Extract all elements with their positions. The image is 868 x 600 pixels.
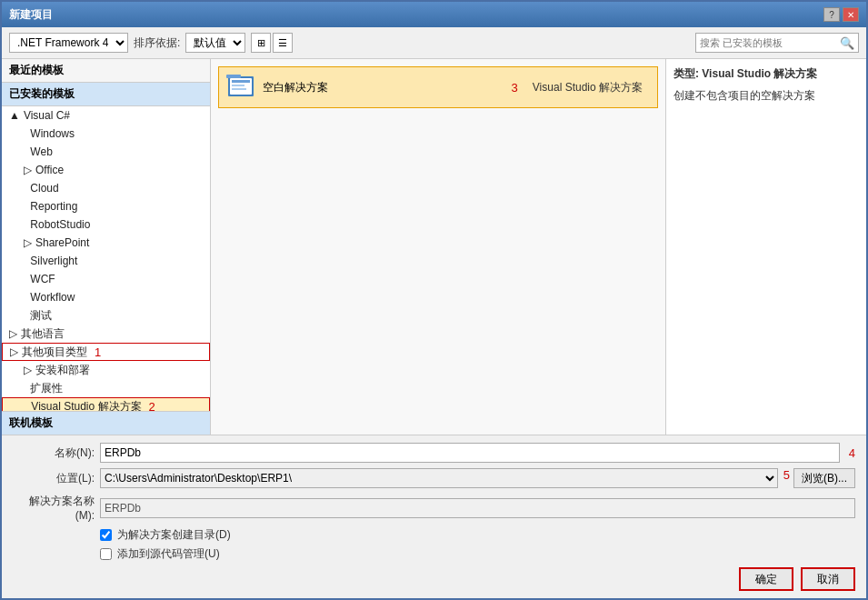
tree-item-windows[interactable]: Windows <box>2 125 210 143</box>
type-label: 类型: Visual Studio 解决方案 <box>673 66 859 82</box>
tree-item-visual-csharp[interactable]: ▲ Visual C# <box>2 106 210 125</box>
list-view-btn[interactable]: ☰ <box>273 33 293 53</box>
create-directory-label: 为解决方案创建目录(D) <box>117 527 231 543</box>
spacer <box>24 200 26 213</box>
search-box: 🔍 <box>695 33 859 53</box>
tree-container: ▲ Visual C# Windows Web ▷ Office <box>2 106 210 411</box>
spacer <box>24 145 26 158</box>
help-button[interactable]: ? <box>823 7 840 22</box>
spacer <box>24 127 26 140</box>
expand-icon: ▷ <box>10 345 18 358</box>
template-name-blank: 空白解决方案 <box>263 80 328 95</box>
solution-label: 解决方案名称(M): <box>13 494 95 522</box>
name-input[interactable] <box>100 443 840 463</box>
tree-item-sharepoint[interactable]: ▷ SharePoint <box>2 234 210 252</box>
spacer <box>24 291 26 304</box>
tree-item-wcf[interactable]: WCF <box>2 270 210 288</box>
location-row: 位置(L): C:\Users\Administrator\Desktop\ER… <box>13 468 855 488</box>
spacer <box>24 273 26 285</box>
annotation-2: 2 <box>149 400 155 412</box>
source-control-label: 添加到源代码管理(U) <box>117 546 220 562</box>
close-button[interactable]: ✕ <box>843 7 859 22</box>
cancel-button[interactable]: 取消 <box>801 567 855 591</box>
checkbox-group: 为解决方案创建目录(D) 添加到源代码管理(U) <box>13 527 855 562</box>
annotation-4: 4 <box>849 446 855 460</box>
template-vs-label: Visual Studio 解决方案 <box>533 80 643 95</box>
new-project-dialog: 新建项目 ? ✕ .NET Framework 4 排序依据: 默认值 ⊞ ☰ … <box>0 0 868 600</box>
spacer <box>24 182 26 195</box>
spacer <box>25 400 27 411</box>
tree-item-vs-solution[interactable]: Visual Studio 解决方案 2 <box>2 397 210 411</box>
svg-rect-5 <box>226 75 241 78</box>
tree-item-reporting[interactable]: Reporting <box>2 197 210 215</box>
location-label: 位置(L): <box>13 471 95 486</box>
ok-button[interactable]: 确定 <box>739 567 793 591</box>
tree-item-install-deploy[interactable]: ▷ 安装和部署 <box>2 361 210 379</box>
annotation-3: 3 <box>512 81 518 95</box>
expand-icon: ▲ <box>9 109 20 122</box>
recent-templates-header: 最近的模板 <box>2 59 210 83</box>
tree-item-robotstudio[interactable]: RobotStudio <box>2 215 210 234</box>
tree-scroll: ▲ Visual C# Windows Web ▷ Office <box>2 106 210 411</box>
template-grid: 空白解决方案 3 Visual Studio 解决方案 <box>211 59 665 435</box>
solution-icon <box>226 73 255 102</box>
tree-item-other-project-types[interactable]: ▷ 其他项目类型 1 <box>2 343 210 361</box>
framework-select[interactable]: .NET Framework 4 <box>9 33 128 53</box>
spacer <box>24 382 26 395</box>
checkbox-row-2: 添加到源代码管理(U) <box>100 546 855 562</box>
button-row: 确定 取消 <box>13 567 855 591</box>
svg-rect-3 <box>232 85 244 86</box>
location-select[interactable]: C:\Users\Administrator\Desktop\ERP1\ <box>100 468 778 488</box>
solution-name-row: 解决方案名称(M): <box>13 494 855 522</box>
solution-name-input[interactable] <box>100 498 855 518</box>
main-content: 最近的模板 已安装的模板 ▲ Visual C# Windows We <box>2 59 866 435</box>
dialog-title: 新建项目 <box>9 7 53 23</box>
spacer <box>24 255 26 267</box>
svg-rect-4 <box>232 88 246 90</box>
sort-select[interactable]: 默认值 <box>185 33 245 53</box>
sort-label: 排序依据: <box>134 35 180 51</box>
middle-panel: 空白解决方案 3 Visual Studio 解决方案 <box>211 59 666 435</box>
grid-view-btn[interactable]: ⊞ <box>251 33 271 53</box>
online-templates-header: 联机模板 <box>2 411 210 435</box>
installed-templates-header: 已安装的模板 <box>2 83 210 106</box>
browse-button[interactable]: 浏览(B)... <box>793 468 855 488</box>
view-buttons: ⊞ ☰ <box>251 33 293 53</box>
expand-icon: ▷ <box>24 164 32 176</box>
name-row: 名称(N): 4 <box>13 443 855 463</box>
search-icon: 🔍 <box>840 36 854 50</box>
template-item-blank-solution[interactable]: 空白解决方案 3 Visual Studio 解决方案 <box>218 66 658 108</box>
title-bar: 新建项目 ? ✕ <box>2 2 866 27</box>
tree-item-web[interactable]: Web <box>2 143 210 161</box>
type-description: 创建不包含项目的空解决方案 <box>673 87 859 104</box>
tree-item-test[interactable]: 测试 <box>2 306 210 325</box>
annotation-1: 1 <box>95 345 101 359</box>
left-panel: 最近的模板 已安装的模板 ▲ Visual C# Windows We <box>2 59 211 435</box>
create-directory-checkbox[interactable] <box>100 529 112 541</box>
bottom-area: 名称(N): 4 位置(L): C:\Users\Administrator\D… <box>2 435 866 598</box>
spacer <box>24 218 26 231</box>
tree-item-workflow[interactable]: Workflow <box>2 288 210 306</box>
expand-icon: ▷ <box>24 364 32 376</box>
annotation-5: 5 <box>783 468 790 488</box>
right-panel: 类型: Visual Studio 解决方案 创建不包含项目的空解决方案 <box>666 59 866 435</box>
expand-icon: ▷ <box>9 327 17 340</box>
tree-item-silverlight[interactable]: Silverlight <box>2 252 210 270</box>
tree-item-cloud[interactable]: Cloud <box>2 179 210 197</box>
search-input[interactable] <box>700 37 840 48</box>
toolbar: .NET Framework 4 排序依据: 默认值 ⊞ ☰ 🔍 <box>2 27 866 59</box>
name-label: 名称(N): <box>13 445 95 461</box>
tree-item-office[interactable]: ▷ Office <box>2 161 210 179</box>
expand-icon: ▷ <box>24 236 32 249</box>
tree-item-extensibility[interactable]: 扩展性 <box>2 379 210 397</box>
tree-item-other-languages[interactable]: ▷ 其他语言 <box>2 325 210 343</box>
source-control-checkbox[interactable] <box>100 548 112 560</box>
spacer <box>24 309 26 322</box>
svg-rect-2 <box>232 80 250 83</box>
location-input-group: C:\Users\Administrator\Desktop\ERP1\ 5 浏… <box>100 468 855 488</box>
checkbox-row-1: 为解决方案创建目录(D) <box>100 527 855 543</box>
title-buttons: ? ✕ <box>823 7 859 22</box>
